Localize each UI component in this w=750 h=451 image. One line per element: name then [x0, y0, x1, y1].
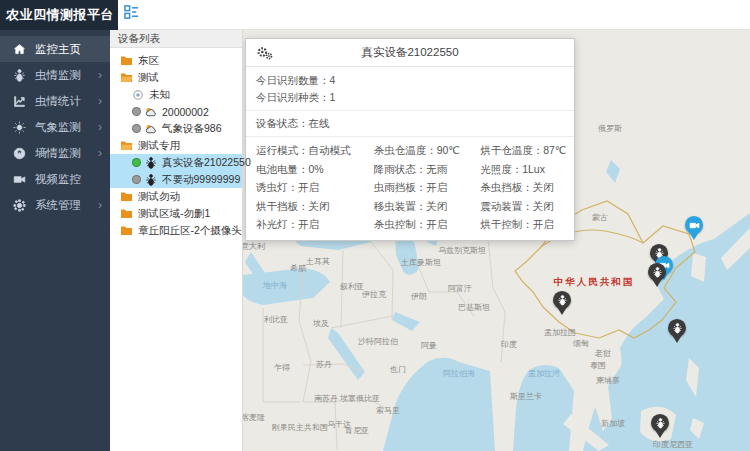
status-dot-green: [132, 158, 141, 167]
tree-device-8[interactable]: 不要动99999999: [110, 171, 242, 188]
cloud-icon: [145, 123, 157, 135]
sidebar-item-6[interactable]: 视频监控: [0, 166, 110, 192]
tree-item-label: 测试区域-勿删1: [138, 207, 210, 221]
bug-icon: [145, 157, 157, 169]
tree-group-6[interactable]: 测试专用: [110, 137, 242, 154]
sun-icon: [12, 120, 26, 134]
sidebar-item-1[interactable]: 监控主页: [0, 36, 110, 62]
sidebar-item-label: 视频监控: [35, 172, 102, 187]
sidebar-item-2[interactable]: 虫情监测›: [0, 62, 110, 88]
sidebar-item-label: 监控主页: [35, 42, 102, 57]
popup-field-5: 降雨状态：无雨: [374, 160, 481, 179]
sidebar-item-label: 虫情统计: [35, 94, 98, 109]
cloud-icon: [145, 106, 157, 118]
tree-group-1[interactable]: 东区: [110, 52, 242, 69]
tree-group-10[interactable]: 测试区域-勿删1: [110, 205, 242, 222]
popup-stat-1: 今日识别数量：4: [256, 72, 564, 89]
popup-title: 真实设备21022550: [274, 45, 546, 60]
chart-icon: [12, 94, 26, 108]
tree-item-label: 测试勿动: [138, 190, 180, 204]
tree-device-4[interactable]: 20000002: [110, 103, 242, 120]
popup-grid: 运行模式：自动模式杀虫仓温度：90℃烘干仓温度：87℃电池电量：0%降雨状态：无…: [246, 137, 574, 240]
globe-icon: [12, 146, 26, 160]
tree-layout-icon[interactable]: [124, 5, 139, 24]
folder-open-icon: [120, 140, 133, 151]
sidebar-item-label: 气象监测: [35, 120, 98, 135]
popup-stat-2: 今日识别种类：1: [256, 89, 564, 106]
status-dot-gray: [132, 175, 141, 184]
sidebar: 监控主页虫情监测›虫情统计›气象监测›墒情监测›视频监控系统管理›: [0, 30, 110, 451]
insect-device-marker[interactable]: [668, 319, 686, 343]
sidebar-item-label: 墒情监测: [35, 146, 98, 161]
tree-item-label: 测试专用: [138, 139, 180, 153]
popup-field-9: 杀虫挡板：关闭: [480, 178, 574, 197]
bug-icon: [145, 174, 157, 186]
video-icon: [12, 172, 26, 186]
tree-item-label: 真实设备21022550: [162, 156, 251, 170]
folder-icon: [120, 208, 133, 219]
tree-group-11[interactable]: 章丘阳丘区-2个摄像头: [110, 222, 242, 239]
sidebar-item-label: 虫情监测: [35, 68, 98, 83]
device-list-panel: 设备列表 东区测试未知20000002气象设备986测试专用真实设备210225…: [110, 30, 243, 451]
popup-field-14: 杀虫控制：开启: [374, 215, 481, 234]
camera-marker[interactable]: [685, 216, 703, 240]
popup-field-6: 光照度：1Lux: [480, 160, 574, 179]
device-tree: 东区测试未知20000002气象设备986测试专用真实设备21022550不要动…: [110, 48, 242, 239]
gears-icon[interactable]: [256, 45, 274, 61]
device-detail-popup: 真实设备21022550 今日识别数量：4今日识别种类：1 设备状态：在线 运行…: [245, 38, 575, 241]
home-icon: [12, 42, 26, 56]
top-header: [110, 0, 750, 30]
chevron-right-icon: ›: [98, 198, 102, 212]
insect-device-marker[interactable]: [648, 263, 666, 287]
tree-item-label: 不要动99999999: [162, 173, 240, 187]
popup-field-10: 烘干挡板：关闭: [256, 197, 374, 216]
device-list-title: 设备列表: [110, 30, 242, 48]
sidebar-item-5[interactable]: 墒情监测›: [0, 140, 110, 166]
sidebar-item-7[interactable]: 系统管理›: [0, 192, 110, 218]
folder-open-icon: [120, 72, 133, 83]
insect-device-marker[interactable]: [553, 291, 571, 315]
tree-device-5[interactable]: 气象设备986: [110, 120, 242, 137]
status-dot-gray: [132, 124, 141, 133]
popup-field-2: 杀虫仓温度：90℃: [374, 141, 481, 160]
tree-item-label: 20000002: [162, 106, 209, 118]
sidebar-item-4[interactable]: 气象监测›: [0, 114, 110, 140]
marker-tail: [672, 335, 682, 343]
chevron-right-icon: ›: [98, 120, 102, 134]
status-dot-gray: [132, 107, 141, 116]
map-canvas[interactable]: 俄罗斯蒙古哈萨克斯坦乌克兰捷克匈牙利罗马尼亚意大利希腊土耳其土库曼斯坦乌兹别克斯…: [243, 30, 750, 451]
marker-tail: [655, 430, 665, 438]
folder-icon: [120, 191, 133, 202]
tree-item-label: 气象设备986: [162, 122, 222, 136]
tree-group-2[interactable]: 测试: [110, 69, 242, 86]
popup-field-7: 诱虫灯：开启: [256, 178, 374, 197]
radio-icon: [132, 89, 144, 101]
tree-item-label: 章丘阳丘区-2个摄像头: [138, 224, 242, 238]
marker-tail: [652, 279, 662, 287]
folder-icon: [120, 55, 133, 66]
device-status: 设备状态：在线: [246, 111, 574, 137]
sidebar-item-3[interactable]: 虫情统计›: [0, 88, 110, 114]
chevron-right-icon: ›: [98, 146, 102, 160]
tree-device-3[interactable]: 未知: [110, 86, 242, 103]
chevron-right-icon: ›: [98, 68, 102, 82]
marker-tail: [689, 232, 699, 240]
app-title: 农业四情测报平台: [0, 0, 118, 30]
bug-icon: [12, 68, 26, 82]
popup-field-12: 震动装置：关闭: [480, 197, 574, 216]
tree-group-9[interactable]: 测试勿动: [110, 188, 242, 205]
folder-icon: [120, 225, 133, 236]
popup-field-1: 运行模式：自动模式: [256, 141, 374, 160]
popup-stats: 今日识别数量：4今日识别种类：1: [246, 67, 574, 111]
popup-field-13: 补光灯：开启: [256, 215, 374, 234]
marker-tail: [557, 307, 567, 315]
popup-field-15: 烘干控制：开启: [480, 215, 574, 234]
insect-device-marker[interactable]: [651, 414, 669, 438]
popup-field-8: 虫雨挡板：开启: [374, 178, 481, 197]
popup-field-3: 烘干仓温度：87℃: [480, 141, 574, 160]
popup-header: 真实设备21022550: [246, 39, 574, 67]
popup-field-11: 移虫装置：关闭: [374, 197, 481, 216]
chevron-right-icon: ›: [98, 94, 102, 108]
tree-device-7[interactable]: 真实设备21022550: [110, 154, 242, 171]
tree-item-label: 测试: [138, 71, 159, 85]
